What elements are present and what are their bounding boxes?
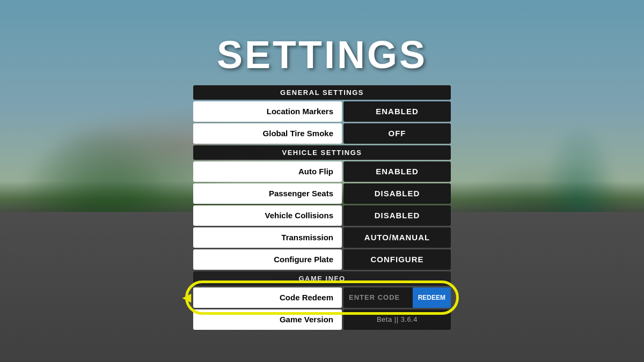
value-passenger-seats[interactable]: DISABLED	[343, 183, 451, 204]
value-game-version: Beta || 3.6.4	[343, 309, 451, 330]
arrow-indicator: ◄	[179, 289, 194, 306]
settings-container: SETTINGS GENERAL SETTINGS Location Marke…	[193, 33, 451, 330]
row-configure-plate: Configure Plate CONFIGURE	[193, 249, 451, 270]
label-auto-flip: Auto Flip	[193, 161, 342, 182]
redeem-button[interactable]: REDEEM	[413, 287, 451, 308]
code-input[interactable]: ENTER CODE	[343, 287, 413, 308]
label-global-tire-smoke: Global Tire Smoke	[193, 123, 342, 144]
row-global-tire-smoke: Global Tire Smoke OFF	[193, 123, 451, 144]
row-passenger-seats: Passenger Seats DISABLED	[193, 183, 451, 204]
row-vehicle-collisions: Vehicle Collisions DISABLED	[193, 205, 451, 226]
section-header-game-info: GAME INFO	[193, 271, 451, 286]
value-auto-flip[interactable]: ENABLED	[343, 161, 451, 182]
settings-title: SETTINGS	[217, 33, 427, 77]
value-global-tire-smoke[interactable]: OFF	[343, 123, 451, 144]
row-location-markers: Location Markers ENABLED	[193, 101, 451, 122]
code-value-wrapper: ENTER CODE REDEEM	[343, 287, 451, 308]
value-transmission[interactable]: AUTO/MANUAL	[343, 227, 451, 248]
section-header-vehicle: VEHICLE SETTINGS	[193, 145, 451, 160]
label-location-markers: Location Markers	[193, 101, 342, 122]
label-passenger-seats: Passenger Seats	[193, 183, 342, 204]
value-vehicle-collisions[interactable]: DISABLED	[343, 205, 451, 226]
settings-panel: GENERAL SETTINGS Location Markers ENABLE…	[193, 85, 451, 330]
row-code-redeem: ◄ Code Redeem ENTER CODE REDEEM	[193, 287, 451, 308]
value-configure-plate[interactable]: CONFIGURE	[343, 249, 451, 270]
label-code-redeem: Code Redeem	[193, 287, 342, 308]
label-transmission: Transmission	[193, 227, 342, 248]
label-configure-plate: Configure Plate	[193, 249, 342, 270]
row-game-version: Game Version Beta || 3.6.4	[193, 309, 451, 330]
section-header-general: GENERAL SETTINGS	[193, 85, 451, 100]
value-location-markers[interactable]: ENABLED	[343, 101, 451, 122]
label-game-version: Game Version	[193, 309, 342, 330]
row-transmission: Transmission AUTO/MANUAL	[193, 227, 451, 248]
row-auto-flip: Auto Flip ENABLED	[193, 161, 451, 182]
code-input-placeholder: ENTER CODE	[349, 293, 413, 301]
label-vehicle-collisions: Vehicle Collisions	[193, 205, 342, 226]
